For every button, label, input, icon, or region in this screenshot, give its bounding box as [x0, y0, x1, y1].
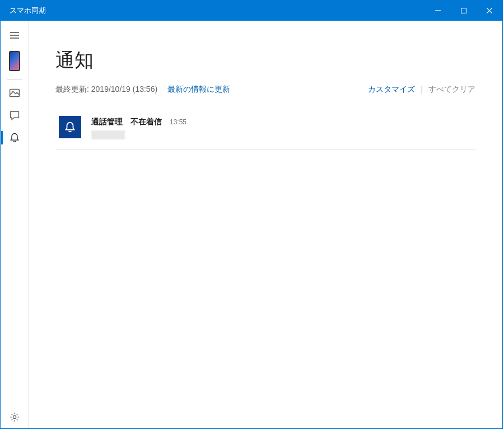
- app-window: スマホ同期: [0, 0, 503, 429]
- minimize-button[interactable]: [425, 1, 451, 21]
- sidebar-item-menu[interactable]: [1, 24, 28, 46]
- close-icon: [487, 8, 492, 13]
- maximize-button[interactable]: [451, 1, 477, 21]
- bell-icon: [9, 132, 20, 143]
- titlebar: スマホ同期: [1, 1, 502, 21]
- chat-icon: [9, 110, 20, 121]
- notification-detail-redacted: [91, 130, 125, 139]
- window-controls: [425, 1, 502, 21]
- refresh-link[interactable]: 最新の情報に更新: [167, 85, 230, 95]
- svg-rect-1: [461, 8, 466, 13]
- gear-icon: [9, 412, 20, 423]
- app-body: 通知 最終更新: 2019/10/19 (13:56) 最新の情報に更新 カスタ…: [1, 21, 502, 428]
- maximize-icon: [461, 8, 466, 13]
- sidebar-item-messages[interactable]: [1, 104, 28, 127]
- hamburger-icon: [10, 30, 20, 40]
- sidebar-item-settings[interactable]: [1, 406, 28, 428]
- notification-title: 不在着信: [130, 117, 162, 127]
- close-button[interactable]: [477, 1, 502, 21]
- subheader: 最終更新: 2019/10/19 (13:56) 最新の情報に更新 カスタマイズ…: [55, 85, 475, 95]
- sidebar: [1, 21, 29, 428]
- notification-app-icon: [59, 116, 81, 138]
- customize-link[interactable]: カスタマイズ: [368, 85, 415, 95]
- notification-header: 通話管理 不在着信 13:55: [91, 117, 472, 127]
- separator: |: [421, 85, 423, 94]
- sidebar-item-notifications[interactable]: [1, 127, 28, 149]
- minimize-icon: [435, 8, 441, 13]
- bell-icon: [64, 121, 76, 133]
- sidebar-item-photos[interactable]: [1, 82, 28, 104]
- notification-time: 13:55: [170, 118, 186, 126]
- notification-list: 通話管理 不在着信 13:55: [55, 110, 475, 150]
- sidebar-item-phone[interactable]: [1, 46, 28, 76]
- svg-point-8: [12, 91, 13, 92]
- sidebar-divider: [7, 79, 22, 80]
- notification-item[interactable]: 通話管理 不在着信 13:55: [55, 110, 475, 150]
- clear-all-link[interactable]: すべてクリア: [428, 85, 475, 95]
- page-title: 通知: [55, 48, 475, 73]
- svg-point-9: [13, 415, 16, 418]
- window-title: スマホ同期: [10, 6, 425, 16]
- subheader-right: カスタマイズ | すべてクリア: [368, 85, 475, 95]
- last-updated-text: 最終更新: 2019/10/19 (13:56): [55, 85, 157, 95]
- photo-icon: [9, 87, 20, 99]
- main-content: 通知 最終更新: 2019/10/19 (13:56) 最新の情報に更新 カスタ…: [29, 21, 502, 428]
- notification-app-name: 通話管理: [91, 117, 123, 127]
- phone-icon: [9, 51, 20, 71]
- notification-body: 通話管理 不在着信 13:55: [91, 116, 472, 139]
